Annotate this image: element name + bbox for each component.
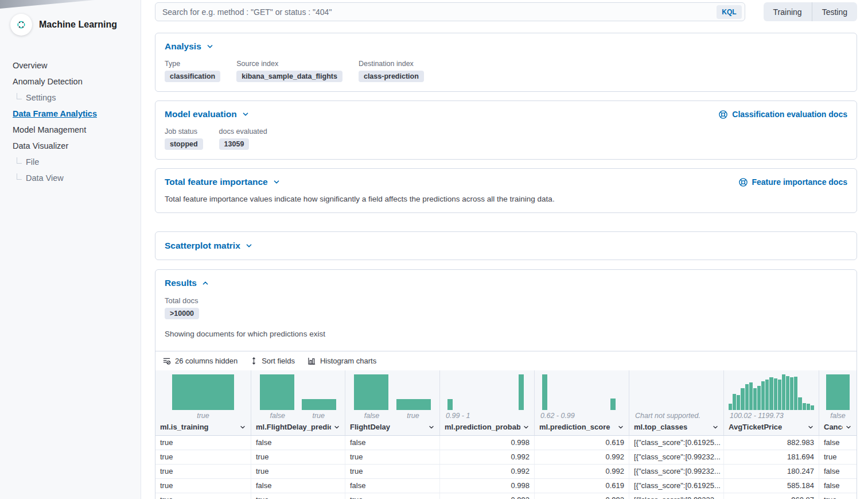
cell-flightdelay[interactable]: true xyxy=(345,493,440,499)
sidebar-item-model-management[interactable]: Model Management xyxy=(13,122,133,138)
column-actions-chevron-icon[interactable] xyxy=(807,424,814,431)
sidebar-item-data-frame-analytics[interactable]: Data Frame Analytics xyxy=(13,106,133,122)
columns-hidden-button[interactable]: 26 columns hidden xyxy=(162,357,238,365)
sidebar-item-anomaly-detection[interactable]: Anomaly Detection xyxy=(13,74,133,90)
cell-flightdelay[interactable]: false xyxy=(345,436,440,450)
cell-flightdelay[interactable]: false xyxy=(345,479,440,493)
total-feature-importance-panel-toggle[interactable]: Total feature importance xyxy=(165,177,281,187)
column-actions-chevron-icon[interactable] xyxy=(239,424,246,431)
cell-cancelled[interactable]: true xyxy=(819,450,857,464)
cell-ml-flightdelay-prediction[interactable]: true xyxy=(251,493,345,499)
cell-ml-flightdelay-prediction[interactable]: false xyxy=(251,436,345,450)
cell-ml-is-training[interactable]: true xyxy=(155,436,251,450)
cell-avgticketprice[interactable]: 960.87 xyxy=(724,493,819,499)
cell-ml-prediction-probability[interactable]: 0.998 xyxy=(440,479,535,493)
cell-avgticketprice[interactable]: 180.247 xyxy=(724,465,819,478)
cell-ml-is-training[interactable]: true xyxy=(155,465,251,478)
model-evaluation-panel-toggle[interactable]: Model evaluation xyxy=(165,109,250,119)
search-input-wrapper[interactable]: KQL xyxy=(155,2,745,21)
cell-ml-prediction-score[interactable]: 0.992 xyxy=(535,450,629,464)
cell-flightdelay[interactable]: true xyxy=(345,450,440,464)
cell-ml-flightdelay-prediction[interactable]: true xyxy=(251,450,345,464)
cell-cancelled[interactable]: false xyxy=(819,436,857,450)
column-header-ml-prediction-probability[interactable]: 0.99 - 1ml.prediction_probability xyxy=(440,370,535,435)
chart-range-label: 100.02 - 1199.73 xyxy=(724,410,819,421)
column-actions-chevron-icon[interactable] xyxy=(523,424,530,431)
histogram-bar xyxy=(769,377,773,410)
column-actions-chevron-icon[interactable] xyxy=(617,424,624,431)
column-name: ml.is_training xyxy=(160,423,209,431)
table-row: truefalsefalse0.9980.619[{"class_score":… xyxy=(155,435,857,450)
cell-ml-prediction-score[interactable]: 0.992 xyxy=(535,493,629,499)
sidebar-item-file[interactable]: File xyxy=(13,154,133,170)
cell-ml-flightdelay-prediction[interactable]: true xyxy=(251,465,345,478)
histogram-bar xyxy=(260,374,294,410)
training-button[interactable]: Training xyxy=(764,2,812,21)
results-panel-toggle[interactable]: Results xyxy=(165,278,209,288)
cell-cancelled[interactable]: false xyxy=(819,479,857,493)
sidebar-item-label: Anomaly Detection xyxy=(13,77,83,86)
cell-ml-prediction-probability[interactable]: 0.992 xyxy=(440,465,535,478)
column-actions-chevron-icon[interactable] xyxy=(428,424,435,431)
column-name: AvgTicketPrice xyxy=(729,423,782,431)
cell-ml-top-classes[interactable]: [{"class_score":[0.99232... xyxy=(629,450,724,464)
cell-ml-prediction-probability[interactable]: 0.992 xyxy=(440,493,535,499)
cell-avgticketprice[interactable]: 882.983 xyxy=(724,436,819,450)
column-header-cancelled[interactable]: falseCancelled xyxy=(819,370,857,435)
sidebar-item-settings[interactable]: Settings xyxy=(13,90,133,106)
scatterplot-matrix-panel-toggle[interactable]: Scatterplot matrix xyxy=(165,241,253,251)
column-actions-chevron-icon[interactable] xyxy=(333,424,340,431)
cell-cancelled[interactable]: false xyxy=(819,465,857,478)
cell-avgticketprice[interactable]: 181.694 xyxy=(724,450,819,464)
kql-badge[interactable]: KQL xyxy=(717,5,741,19)
sidebar-item-data-view[interactable]: Data View xyxy=(13,170,133,186)
cell-ml-top-classes[interactable]: [{"class_score":[0.99232... xyxy=(629,493,724,499)
cell-ml-flightdelay-prediction[interactable]: false xyxy=(251,479,345,493)
column-header-ml-flightdelay-prediction[interactable]: falsetrueml.FlightDelay_prediction xyxy=(251,370,345,435)
histogram-bar xyxy=(807,404,810,410)
column-header-ml-is-training[interactable]: trueml.is_training xyxy=(155,370,251,435)
cell-ml-top-classes[interactable]: [{"class_score":[0.99232... xyxy=(629,465,724,478)
sidebar-item-data-visualizer[interactable]: Data Visualizer xyxy=(13,138,133,154)
histogram-bar xyxy=(447,399,453,410)
table-row: truefalsefalse0.9980.619[{"class_score":… xyxy=(155,478,857,493)
cell-ml-prediction-score[interactable]: 0.619 xyxy=(535,479,629,493)
column-actions-chevron-icon[interactable] xyxy=(712,424,719,431)
feature-importance-docs-link[interactable]: Feature importance docs xyxy=(738,177,848,187)
column-header-flightdelay[interactable]: falsetrueFlightDelay xyxy=(345,370,440,435)
results-panel: Results Total docs >10000 Showing docume… xyxy=(155,269,857,499)
analysis-title: Analysis xyxy=(165,41,201,52)
histogram-charts-button[interactable]: Histogram charts xyxy=(308,357,376,365)
cell-cancelled[interactable]: true xyxy=(819,493,857,499)
column-header-avgticketprice[interactable]: 100.02 - 1199.73AvgTicketPrice xyxy=(724,370,819,435)
histogram-bar xyxy=(302,399,336,410)
search-row: KQL Training Testing xyxy=(155,2,857,21)
cell-avgticketprice[interactable]: 585.184 xyxy=(724,479,819,493)
analysis-panel-toggle[interactable]: Analysis xyxy=(165,41,214,52)
chart-range-label: 0.99 - 1 xyxy=(440,410,534,421)
testing-button[interactable]: Testing xyxy=(812,2,857,21)
cell-flightdelay[interactable]: true xyxy=(345,465,440,478)
field-value-badge: class-prediction xyxy=(359,71,424,82)
sort-fields-button[interactable]: Sort fields xyxy=(250,357,295,365)
training-testing-toggle: Training Testing xyxy=(764,2,857,21)
sidebar-item-overview[interactable]: Overview xyxy=(13,57,133,74)
cell-ml-is-training[interactable]: true xyxy=(155,493,251,499)
histogram-bar xyxy=(798,397,801,410)
cell-ml-top-classes[interactable]: [{"class_score":[0.61925... xyxy=(629,436,724,450)
column-header-ml-prediction-score[interactable]: 0.62 - 0.99ml.prediction_score xyxy=(535,370,629,435)
cell-ml-top-classes[interactable]: [{"class_score":[0.61925... xyxy=(629,479,724,493)
cell-ml-is-training[interactable]: true xyxy=(155,450,251,464)
field-value-badge: stopped xyxy=(165,138,203,150)
column-header-ml-top-classes[interactable]: Chart not supported.ml.top_classes xyxy=(629,370,724,435)
histogram-bar xyxy=(757,386,761,410)
cell-ml-prediction-score[interactable]: 0.992 xyxy=(535,465,629,478)
cell-ml-prediction-probability[interactable]: 0.992 xyxy=(440,450,535,464)
search-input[interactable] xyxy=(162,7,717,17)
classification-evaluation-docs-link[interactable]: Classification evaluation docs xyxy=(718,110,847,119)
cell-ml-is-training[interactable]: true xyxy=(155,479,251,493)
cell-ml-prediction-score[interactable]: 0.619 xyxy=(535,436,629,450)
cell-ml-prediction-probability[interactable]: 0.998 xyxy=(440,436,535,450)
feature-importance-description: Total feature importance values indicate… xyxy=(165,195,847,203)
column-actions-chevron-icon[interactable] xyxy=(845,424,852,431)
